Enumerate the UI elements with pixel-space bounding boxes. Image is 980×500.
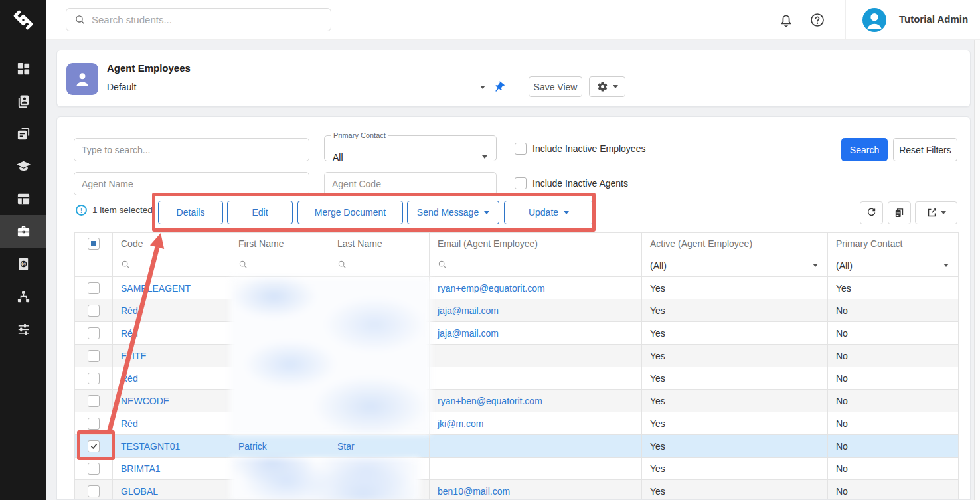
email-link[interactable]: ryan+emp@equatorit.com xyxy=(438,283,545,293)
table-row[interactable]: NEWCODE ryan+ben@equatorit.com Yes No xyxy=(75,390,959,412)
col-header-active[interactable]: Active (Agent Employee) xyxy=(642,233,828,254)
primary-contact-value: All xyxy=(333,152,343,163)
agent-code-input[interactable] xyxy=(324,172,497,195)
documents-icon[interactable] xyxy=(0,118,46,150)
include-inactive-employees-checkbox[interactable] xyxy=(515,143,527,155)
table-row[interactable]: GLOBAL ben10@mail.com Yes No xyxy=(75,480,959,500)
view-selector[interactable]: Default xyxy=(107,78,485,96)
code-link[interactable]: BRIMTA1 xyxy=(121,463,161,474)
page-scrollbar[interactable] xyxy=(974,40,980,500)
selection-info: ! 1 item selected xyxy=(76,205,153,216)
save-view-button[interactable]: Save View xyxy=(529,76,582,97)
view-settings-button[interactable] xyxy=(589,76,625,97)
briefcase-icon-active[interactable] xyxy=(0,215,46,248)
education-icon[interactable] xyxy=(0,150,46,183)
row-checkbox[interactable] xyxy=(88,305,100,317)
row-checkbox[interactable] xyxy=(88,327,100,339)
table-row[interactable]: Réd jki@m.com Yes No xyxy=(75,412,959,435)
user-avatar[interactable] xyxy=(862,8,886,32)
grid-search-input[interactable] xyxy=(74,138,309,161)
row-checkbox[interactable] xyxy=(88,485,100,497)
row-checkbox[interactable] xyxy=(88,282,100,294)
contacts-icon[interactable] xyxy=(0,85,46,118)
send-message-button[interactable]: Send Message xyxy=(407,201,499,224)
table-row[interactable]: Réd Yes No xyxy=(75,367,959,390)
topbar: Tutorial Admin xyxy=(46,0,980,40)
active-filter-select[interactable]: (All) xyxy=(642,254,828,277)
col-header-primary-contact[interactable]: Primary Contact xyxy=(828,233,959,254)
email-link[interactable]: ben10@mail.com xyxy=(438,486,510,497)
merge-document-button[interactable]: Merge Document xyxy=(297,201,403,224)
refresh-button[interactable] xyxy=(860,201,883,224)
primary-filter-select[interactable]: (All) xyxy=(828,254,959,277)
primary-contact-cell: No xyxy=(828,412,959,435)
table-row[interactable]: Réd jaja@mail.com Yes No xyxy=(75,299,959,322)
table-row[interactable]: SAMPLEAGENT ryan+emp@equatorit.com Yes Y… xyxy=(75,277,959,299)
code-filter-cell[interactable] xyxy=(113,254,230,277)
code-link[interactable]: TESTAGNT01 xyxy=(121,441,180,452)
col-header-email[interactable]: Email (Agent Employee) xyxy=(430,233,642,254)
layout-icon[interactable] xyxy=(0,183,46,215)
row-checkbox-checked[interactable] xyxy=(88,440,100,452)
code-link[interactable]: Réd xyxy=(121,373,138,384)
edit-button[interactable]: Edit xyxy=(227,201,293,224)
chevron-down-icon xyxy=(484,211,489,214)
email-link[interactable]: ryan+ben@equatorit.com xyxy=(438,396,542,406)
global-search-input[interactable] xyxy=(92,14,323,25)
code-link[interactable]: Réd xyxy=(121,328,138,339)
row-checkbox[interactable] xyxy=(88,350,100,362)
active-cell: Yes xyxy=(642,367,828,390)
sidebar: $ xyxy=(0,0,46,500)
help-icon[interactable] xyxy=(809,12,825,28)
row-checkbox[interactable] xyxy=(88,373,100,384)
details-button[interactable]: Details xyxy=(158,201,223,224)
include-inactive-agents-checkbox[interactable] xyxy=(515,177,527,189)
app-logo-icon[interactable] xyxy=(0,0,46,40)
code-link[interactable]: SAMPLEAGENT xyxy=(121,283,191,293)
notifications-bell-icon[interactable] xyxy=(778,12,794,28)
gear-icon xyxy=(597,81,608,92)
last-name-filter-cell[interactable] xyxy=(329,254,430,277)
billing-icon[interactable]: $ xyxy=(0,248,46,280)
pin-view-icon[interactable] xyxy=(490,78,507,96)
first-name-filter-cell[interactable] xyxy=(230,254,329,277)
agent-name-input[interactable] xyxy=(74,172,309,195)
col-header-first-name[interactable]: First Name xyxy=(230,233,329,254)
col-header-last-name[interactable]: Last Name xyxy=(329,233,430,254)
chevron-down-icon xyxy=(482,155,487,159)
export-button[interactable] xyxy=(915,201,957,224)
row-checkbox[interactable] xyxy=(88,395,100,407)
row-checkbox[interactable] xyxy=(88,463,100,475)
user-name[interactable]: Tutorial Admin xyxy=(899,13,968,25)
global-search[interactable] xyxy=(66,8,331,31)
primary-contact-select[interactable]: Primary Contact All xyxy=(324,131,497,161)
column-chooser-button[interactable] xyxy=(888,201,911,224)
code-link[interactable]: Réd xyxy=(121,418,138,429)
select-all-checkbox[interactable] xyxy=(88,238,100,250)
chevron-down-icon xyxy=(613,85,618,88)
code-link[interactable]: GLOBAL xyxy=(121,486,158,497)
search-button[interactable]: Search xyxy=(841,138,888,161)
table-row[interactable]: ELITE Yes No xyxy=(75,345,959,367)
table-row[interactable]: Réd jaja@mail.com Yes No xyxy=(75,322,959,345)
code-link[interactable]: Réd xyxy=(121,305,138,316)
table-row[interactable]: BRIMTA1 Yes No xyxy=(75,458,959,480)
dashboard-icon[interactable] xyxy=(0,52,46,85)
view-selector-value: Default xyxy=(107,82,136,92)
reset-filters-button[interactable]: Reset Filters xyxy=(893,138,957,161)
code-link[interactable]: ELITE xyxy=(121,351,147,361)
email-filter-cell[interactable] xyxy=(430,254,642,277)
network-icon[interactable] xyxy=(0,280,46,313)
last-name-link[interactable]: Star xyxy=(337,441,355,452)
code-link[interactable]: NEWCODE xyxy=(121,396,169,406)
email-link[interactable]: jaja@mail.com xyxy=(438,328,499,339)
update-button[interactable]: Update xyxy=(504,201,594,224)
row-checkbox[interactable] xyxy=(88,418,100,430)
col-header-code[interactable]: Code xyxy=(113,233,230,254)
email-link[interactable]: jki@m.com xyxy=(438,418,483,429)
table-row-selected[interactable]: TESTAGNT01 Patrick Star Yes No xyxy=(75,435,959,458)
settings-sliders-icon[interactable] xyxy=(0,313,46,345)
primary-contact-cell: No xyxy=(828,390,959,412)
first-name-link[interactable]: Patrick xyxy=(238,441,267,452)
email-link[interactable]: jaja@mail.com xyxy=(438,305,499,316)
